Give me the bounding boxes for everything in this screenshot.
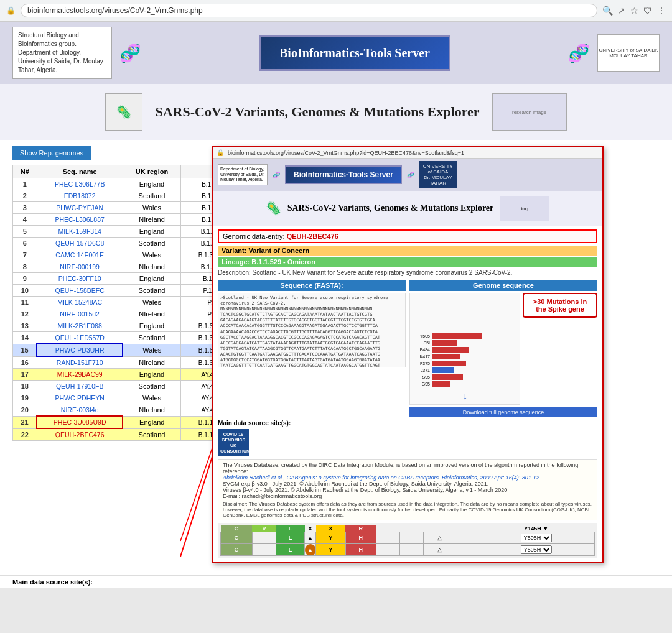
- y505-select-1[interactable]: Y505H: [521, 534, 552, 542]
- seq-name-cell[interactable]: MILK-29BAC99: [37, 369, 123, 381]
- star-icon[interactable]: ☆: [630, 6, 638, 16]
- seq-name-cell[interactable]: QEUH-1ED557D: [37, 332, 123, 344]
- seq-name-cell[interactable]: MILK-15248AC: [37, 297, 123, 308]
- popup-overlay: 🔒 bioinformaticstools.org/viruses/CoV-2_…: [212, 146, 604, 563]
- seq-link[interactable]: NIRE-003f4e: [61, 406, 99, 414]
- seq-name-cell[interactable]: CAMC-14E001E: [37, 249, 123, 261]
- seq-link[interactable]: MILK-29BAC99: [57, 371, 103, 378]
- mut-bar-l371: L371: [413, 367, 517, 373]
- row-num: 7: [13, 249, 37, 261]
- lineage-value: B.1.1.529 - Omicron: [251, 258, 315, 266]
- popup-body: Genomic data-entry: QEUH-2BEC476 Variant…: [213, 226, 602, 562]
- row-num: 18: [13, 381, 37, 392]
- variant-label: Variant:: [222, 247, 246, 254]
- mutation-bars-container: Y505 S5I E484: [410, 331, 520, 404]
- univ-text: UNIVERSITY of SAIDA Dr. MOULAY TAHAR: [598, 47, 659, 58]
- seq-link[interactable]: EDB18072: [64, 192, 96, 200]
- region-cell: Scotland: [123, 381, 181, 392]
- seq-link[interactable]: QEUH-17910FB: [56, 382, 103, 390]
- seq-link[interactable]: PHWC-PYFJAN: [56, 204, 103, 211]
- seq-name-cell[interactable]: PHEC-L306L77B: [37, 178, 123, 190]
- seq-name-cell[interactable]: PHEC-3U085U9D: [37, 416, 123, 428]
- seq-link[interactable]: MILK-159F314: [58, 228, 101, 235]
- browser-icons: 🔍 ↗ ☆ 🛡 ⋮: [602, 6, 666, 16]
- footer-source-label: Main data source site(s):: [12, 578, 93, 586]
- popup-page-title: SARS-CoV-2 Variants, Genomes & Mutations…: [287, 203, 494, 213]
- seq-link[interactable]: MILK-15248AC: [57, 298, 102, 306]
- seq-name-cell[interactable]: RAND-151F710: [37, 356, 123, 369]
- seq-link[interactable]: CAMC-14E001E: [55, 251, 104, 259]
- seq-name-cell[interactable]: PHEC-L306L887: [37, 214, 123, 226]
- popup-right-image: img: [500, 196, 549, 221]
- col-header-region: UK region: [123, 165, 181, 178]
- extension-icon[interactable]: 🛡: [643, 6, 652, 16]
- seq-name-cell[interactable]: QEUH-17910FB: [37, 381, 123, 392]
- seq-link[interactable]: QEUH-158BEFC: [55, 287, 104, 294]
- seq-link[interactable]: PHEC-L306L77B: [55, 180, 105, 188]
- menu-icon[interactable]: ⋮: [657, 6, 666, 16]
- seq-name-cell[interactable]: MILK-159F314: [37, 226, 123, 238]
- seq-link[interactable]: RAND-151F710: [57, 359, 103, 366]
- svgm-info: SVGM-exp β-v3.0 - July 2021. © Abdelkrim…: [223, 481, 592, 487]
- dna-left-icon: 🧬: [119, 43, 141, 63]
- seq-name-cell[interactable]: QEUH-2BEC476: [37, 428, 123, 441]
- seq-name-cell[interactable]: PHWC-PYFJAN: [37, 202, 123, 214]
- seq-link[interactable]: PHWC-PDHEYN: [55, 394, 104, 402]
- seq-link[interactable]: PHEC-L306L887: [55, 216, 104, 223]
- seq-link[interactable]: NIRE-000199: [60, 263, 100, 270]
- seq-name-cell[interactable]: PHWC-PDHEYN: [37, 392, 123, 404]
- seq-name-cell[interactable]: QEUH-157D6C8: [37, 238, 123, 249]
- sequence-header: Sequence (FASTA):: [218, 280, 406, 291]
- right-image-text: research image: [512, 109, 546, 115]
- seq-link[interactable]: QEUH-157D6C8: [55, 239, 104, 247]
- seq-name-cell[interactable]: PHWC-PD3UHR: [37, 344, 123, 356]
- mut-bar-y505-bar: [432, 333, 482, 339]
- col-blank4: [455, 525, 478, 532]
- row-num: 15: [13, 344, 37, 356]
- seq-name-cell[interactable]: EDB18072: [37, 190, 123, 202]
- share-icon[interactable]: ↗: [618, 6, 625, 16]
- site-header: Structural Biology and Bioinformatics gr…: [0, 22, 672, 84]
- region-cell: NIreland: [123, 214, 181, 226]
- seq-link[interactable]: PHEC-3U085U9D: [54, 418, 106, 426]
- row-num: 21: [13, 416, 37, 428]
- col-header-seqname: Seq. name: [37, 165, 123, 178]
- source-label: Main data source site(s):: [218, 420, 597, 427]
- col-blank3: [424, 525, 455, 532]
- row-num: 6: [13, 238, 37, 249]
- show-rep-genomes-button[interactable]: Show Rep. genomes: [12, 146, 91, 160]
- seq-link[interactable]: QEUH-2BEC476: [55, 431, 105, 438]
- cell-h2: H: [345, 544, 376, 556]
- dna-right-icon: 🧬: [568, 43, 590, 63]
- col-x2: X: [316, 525, 346, 532]
- row-num: 22: [13, 428, 37, 441]
- download-genome-btn[interactable]: Download full genome sequence: [409, 407, 597, 417]
- region-cell: England: [123, 226, 181, 238]
- y505-select-2[interactable]: Y505H: [521, 545, 552, 554]
- cell-dtriangle2: △: [424, 544, 455, 556]
- row-num: 3: [13, 202, 37, 214]
- url-bar[interactable]: bioinformaticstools.org/viruses/CoV-2_Vr…: [21, 4, 597, 17]
- popup-univ-logo: UNIVERSITYof SAIDADr. MOULAY TAHAR: [419, 161, 457, 188]
- seq-name-cell[interactable]: NIRE-003f4e: [37, 404, 123, 417]
- seq-name-cell[interactable]: MILK-2B1E068: [37, 320, 123, 332]
- seq-link[interactable]: MILK-2B1E068: [58, 322, 102, 330]
- cell-y505-2: Y505H: [478, 544, 594, 556]
- mutations-callout-text: >30 Mutations in the Spike gene: [533, 298, 587, 313]
- col-blank2: [400, 525, 424, 532]
- seq-name-cell[interactable]: NIRE-000199: [37, 261, 123, 273]
- cell-h1: H: [345, 532, 376, 544]
- search-icon[interactable]: 🔍: [602, 6, 613, 16]
- seq-link[interactable]: PHEC-30FF10: [58, 275, 101, 282]
- seq-name-cell[interactable]: NIRE-0015d2: [37, 308, 123, 320]
- mut-label-e484: E484: [413, 348, 430, 352]
- mut-bar-g95-bar: [432, 381, 450, 387]
- mut-bar-y505: Y505: [413, 333, 517, 339]
- seq-link[interactable]: NIRE-0015d2: [60, 310, 100, 318]
- seq-link[interactable]: QEUH-1ED557D: [55, 334, 104, 341]
- email-info: E-mail: rachedi@bioinformaticstools.org: [223, 493, 592, 499]
- mut-bar-s5i-bar: [432, 340, 457, 346]
- seq-link[interactable]: PHWC-PD3UHR: [55, 346, 105, 354]
- seq-name-cell[interactable]: PHEC-30FF10: [37, 273, 123, 285]
- seq-name-cell[interactable]: QEUH-158BEFC: [37, 285, 123, 297]
